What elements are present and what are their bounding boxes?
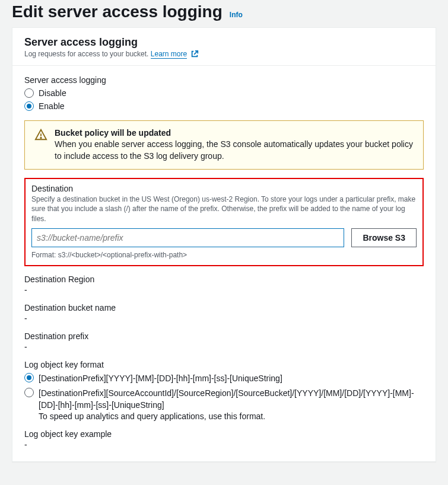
destination-input[interactable] xyxy=(31,228,344,247)
key-format-radio-2[interactable] xyxy=(24,388,34,397)
destination-bucket-block: Destination bucket name - xyxy=(24,303,424,323)
destination-region-label: Destination Region xyxy=(24,275,424,284)
panel-subtitle: Log requests for access to your bucket. … xyxy=(24,50,424,58)
panel-title: Server access logging xyxy=(24,36,424,49)
destination-prefix-block: Destination prefix - xyxy=(24,331,424,352)
key-example-label: Log object key example xyxy=(24,429,424,439)
destination-desc: Specify a destination bucket in the US W… xyxy=(31,194,417,224)
destination-region-block: Destination Region - xyxy=(24,275,424,295)
destination-prefix-value: - xyxy=(24,342,424,352)
key-format-opt2-hint: To speed up analytics and query applicat… xyxy=(39,411,424,421)
page-root: Edit server access logging Info Server a… xyxy=(0,0,448,462)
logging-disable-label: Disable xyxy=(39,88,66,98)
learn-more-link[interactable]: Learn more xyxy=(151,50,187,59)
page-title: Edit server access logging xyxy=(12,2,223,21)
panel-body: Server access logging Disable Enable xyxy=(12,66,436,461)
destination-prefix-label: Destination prefix xyxy=(24,331,424,341)
logging-enable-radio[interactable] xyxy=(24,101,34,111)
destination-bucket-label: Destination bucket name xyxy=(24,303,424,312)
destination-section: Destination Specify a destination bucket… xyxy=(24,178,424,266)
key-format-label: Log object key format xyxy=(24,360,424,369)
destination-input-row: Browse S3 xyxy=(31,228,417,247)
settings-panel: Server access logging Log requests for a… xyxy=(12,27,436,462)
svg-point-1 xyxy=(40,138,41,138)
key-format-option-2[interactable]: [DestinationPrefix][SourceAccountId]/[So… xyxy=(24,388,424,420)
key-format-option-1[interactable]: [DestinationPrefix][YYYY]-[MM]-[DD]-[hh]… xyxy=(24,373,424,385)
key-example-value: - xyxy=(24,440,424,449)
policy-update-alert: Bucket policy will be updated When you e… xyxy=(24,120,424,170)
alert-title: Bucket policy will be updated xyxy=(55,128,414,138)
key-format-opt1-label: [DestinationPrefix][YYYY]-[MM]-[DD]-[hh]… xyxy=(39,373,424,385)
logging-disable-option[interactable]: Disable xyxy=(24,88,424,98)
logging-enable-label: Enable xyxy=(39,101,65,111)
key-format-group: Log object key format [DestinationPrefix… xyxy=(24,360,424,421)
alert-content: Bucket policy will be updated When you e… xyxy=(55,128,414,162)
destination-title: Destination xyxy=(31,184,417,193)
page-header: Edit server access logging Info xyxy=(0,0,448,27)
logging-toggle-label: Server access logging xyxy=(24,75,424,85)
destination-bucket-value: - xyxy=(24,314,424,323)
panel-subtitle-text: Log requests for access to your bucket. xyxy=(24,50,148,58)
external-link-icon xyxy=(190,50,199,58)
logging-toggle-group: Server access logging Disable Enable xyxy=(24,75,424,111)
info-link[interactable]: Info xyxy=(230,11,243,19)
key-example-block: Log object key example - xyxy=(24,429,424,449)
logging-enable-option[interactable]: Enable xyxy=(24,101,424,111)
browse-s3-button[interactable]: Browse S3 xyxy=(351,228,417,247)
warning-icon xyxy=(34,128,47,162)
alert-text: When you enable server access logging, t… xyxy=(55,139,414,162)
key-format-radio-1[interactable] xyxy=(24,373,34,382)
panel-header: Server access logging Log requests for a… xyxy=(12,28,436,66)
key-format-opt2-label: [DestinationPrefix][SourceAccountId]/[So… xyxy=(39,388,424,411)
destination-region-value: - xyxy=(24,285,424,295)
destination-format-hint: Format: s3://<bucket>/<optional-prefix-w… xyxy=(31,251,417,259)
logging-disable-radio[interactable] xyxy=(24,88,34,98)
